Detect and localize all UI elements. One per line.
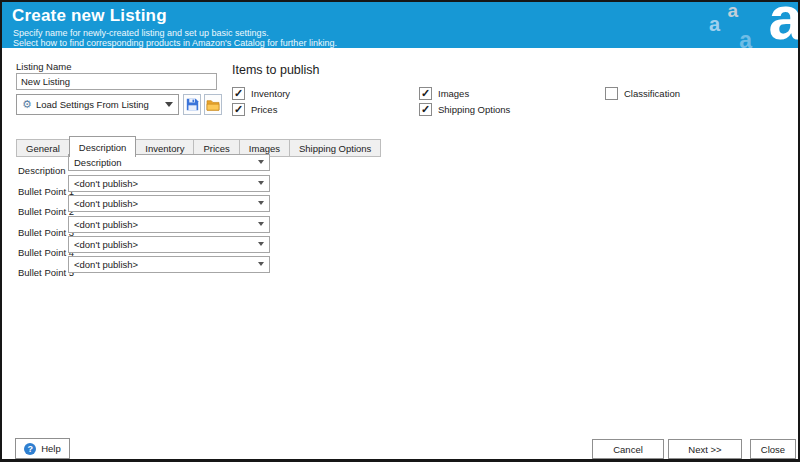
check-icon: ✓: [234, 88, 243, 99]
chevron-down-icon: [258, 262, 264, 266]
chevron-down-icon: [258, 222, 264, 226]
field-label: Bullet Point 5: [18, 267, 74, 278]
check-icon: ✓: [234, 104, 243, 115]
next-button[interactable]: Next >>: [668, 439, 742, 459]
amazon-logo-cluster: a a a a: [668, 2, 798, 48]
check-icon: ✓: [421, 104, 430, 115]
select-value: <don't publish>: [74, 239, 138, 250]
field-label: Bullet Point 2: [18, 206, 74, 217]
chevron-down-icon: [258, 160, 264, 164]
items-to-publish-heading: Items to publish: [232, 63, 320, 77]
check-icon: ✓: [421, 88, 430, 99]
help-button[interactable]: ? Help: [15, 438, 70, 459]
open-folder-button[interactable]: [204, 94, 222, 115]
checkbox-label: Images: [438, 88, 469, 99]
checkbox-box[interactable]: ✓: [232, 87, 245, 100]
dialog-header: Create new Listing Specify name for newl…: [2, 2, 798, 48]
folder-icon: [206, 99, 220, 111]
bullet-point-3-select[interactable]: <don't publish>: [68, 216, 270, 233]
checkbox-label: Classification: [624, 88, 680, 99]
checkbox-classification[interactable]: Classification: [605, 87, 680, 100]
checkbox-label: Prices: [251, 104, 277, 115]
save-settings-button[interactable]: [183, 94, 201, 115]
amazon-a-logo-large: a: [769, 2, 798, 48]
save-icon: [186, 98, 199, 111]
field-label: Bullet Point 3: [18, 227, 74, 238]
select-value: <don't publish>: [74, 178, 138, 189]
checkbox-box[interactable]: ✓: [419, 103, 432, 116]
tab-general[interactable]: General: [16, 139, 70, 157]
listing-name-input[interactable]: [16, 73, 217, 90]
checkbox-shipping-options[interactable]: ✓ Shipping Options: [419, 103, 510, 116]
select-value: <don't publish>: [74, 219, 138, 230]
help-icon: ?: [24, 443, 36, 455]
bullet-point-2-select[interactable]: <don't publish>: [68, 195, 270, 212]
help-button-label: Help: [41, 443, 61, 454]
close-button-label: Close: [761, 444, 785, 455]
amazon-a-logo-small: a: [727, 2, 738, 20]
chevron-down-icon: [258, 242, 264, 246]
listing-name-label: Listing Name: [16, 61, 71, 72]
checkbox-prices[interactable]: ✓ Prices: [232, 103, 277, 116]
field-label: Description: [18, 165, 66, 176]
page-title: Create new Listing: [12, 6, 167, 26]
checkbox-label: Inventory: [251, 88, 290, 99]
cancel-button[interactable]: Cancel: [592, 439, 664, 459]
cancel-button-label: Cancel: [613, 444, 643, 455]
checkbox-box[interactable]: ✓: [232, 103, 245, 116]
next-button-label: Next >>: [688, 444, 721, 455]
checkbox-box[interactable]: [605, 87, 618, 100]
amazon-a-logo-small: a: [709, 14, 720, 34]
select-value: <don't publish>: [74, 259, 138, 270]
select-value: <don't publish>: [74, 198, 138, 209]
field-label: Bullet Point 4: [18, 247, 74, 258]
bullet-point-1-select[interactable]: <don't publish>: [68, 175, 270, 192]
chevron-down-icon: [258, 201, 264, 205]
gear-icon: ⚙: [22, 99, 32, 110]
chevron-down-icon: [165, 102, 173, 107]
chevron-down-icon: [258, 181, 264, 185]
header-subtitle-line2: Select how to find corresponding product…: [13, 38, 337, 48]
bullet-point-5-select[interactable]: <don't publish>: [68, 256, 270, 273]
checkbox-inventory[interactable]: ✓ Inventory: [232, 87, 290, 100]
tab-description[interactable]: Description: [69, 136, 137, 157]
checkbox-box[interactable]: ✓: [419, 87, 432, 100]
bullet-point-4-select[interactable]: <don't publish>: [68, 236, 270, 253]
load-settings-label: Load Settings From Listing: [36, 99, 149, 110]
load-settings-dropdown[interactable]: ⚙ Load Settings From Listing: [16, 94, 179, 115]
amazon-a-logo-small: a: [739, 29, 752, 48]
checkbox-images[interactable]: ✓ Images: [419, 87, 469, 100]
field-label: Bullet Point 1: [18, 186, 74, 197]
checkbox-label: Shipping Options: [438, 104, 510, 115]
select-value: Description: [74, 157, 122, 168]
create-new-listing-dialog: Create new Listing Specify name for newl…: [0, 0, 800, 462]
header-subtitle-line1: Specify name for newly-created listing a…: [13, 28, 269, 38]
tab-shipping-options[interactable]: Shipping Options: [289, 139, 381, 157]
close-button[interactable]: Close: [750, 439, 796, 459]
